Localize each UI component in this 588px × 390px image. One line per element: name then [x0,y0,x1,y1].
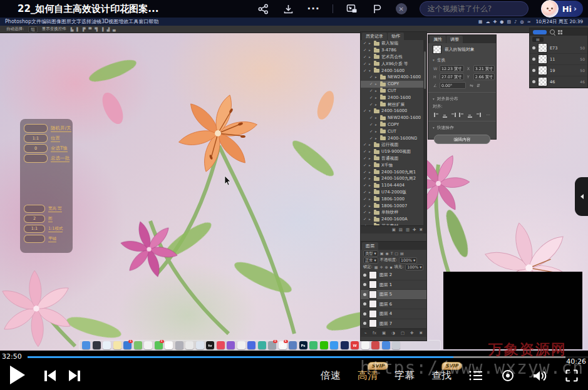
tree-row[interactable]: ✓ ▸ X千恤 [361,162,426,168]
dock-app-icon[interactable]: W [351,341,359,349]
play-button[interactable] [10,366,25,384]
align-top-icon[interactable] [459,113,465,117]
panel-footer-icon[interactable]: ▣ [392,227,396,232]
blend-mode-select[interactable]: 正常▾ [363,257,378,264]
dock-app-icon[interactable] [144,341,152,349]
filter-icon[interactable]: ▢ [395,251,398,255]
filter-type-select[interactable]: 类型▾ [363,250,378,257]
tree-row[interactable]: ✓ ▸ 普通视图 [361,155,426,162]
player-text-button[interactable]: 倍速 [321,369,341,382]
twirl-icon[interactable]: ▸ [369,55,372,59]
panel-footer-icon[interactable]: ▥ [406,227,410,232]
visibility-check-icon[interactable]: ✓ [363,54,367,59]
layers-footer-icon[interactable]: ▢ [401,331,405,336]
align-section-label[interactable]: 对齐并分布 [437,96,458,102]
tree-row[interactable]: ✓ ▸ 人X96介质 等 [361,60,426,67]
tree-row[interactable]: ✓ ▾ 2400-16000 [361,108,426,115]
filter-icon[interactable]: T [391,251,393,255]
dock-app-icon[interactable] [330,341,338,349]
menu-item[interactable]: 选择 [81,19,91,24]
twirl-icon[interactable]: ▸ [369,183,372,187]
menubar-clock[interactable]: 10月24日 周五 20:39 [536,19,583,25]
status-icon[interactable]: ▧ [507,19,511,24]
align-more-button[interactable]: ··· [486,113,490,118]
status-icon[interactable]: ✚ [493,19,497,24]
tree-row[interactable]: ✓ ▸ CUT [361,88,426,95]
lock-icon[interactable]: ▪ [389,265,392,269]
layers-footer-icon[interactable]: fx [373,331,376,336]
visibility-check-icon[interactable]: ✓ [369,81,373,86]
dock-app-icon[interactable]: 3 [155,341,163,349]
align-right-icon[interactable] [450,113,456,117]
panel-tab[interactable]: 调整 [446,36,463,43]
tree-row[interactable]: ✓ ▸ U19-9000视图 [361,148,426,155]
search-icon[interactable] [550,29,555,34]
lock-icon[interactable]: ⊕ [384,265,388,269]
opacity-value[interactable]: 100%▾ [399,257,417,264]
visibility-check-icon[interactable]: ✓ [363,176,367,181]
dock-app-icon[interactable]: Ps [299,341,307,349]
visibility-check-icon[interactable]: ✓ [363,223,367,225]
sync-button[interactable] [533,30,547,34]
twirl-icon[interactable]: ▸ [369,204,372,208]
dock-app-icon[interactable]: 20 [165,341,173,349]
eye-icon[interactable] [363,302,366,305]
layer-row[interactable]: 图层 2 [361,270,426,280]
eye-icon[interactable] [532,58,535,61]
menu-item[interactable]: 视图 [108,19,118,24]
visibility-check-icon[interactable]: ✓ [363,217,367,222]
twirl-icon[interactable]: ▸ [369,143,372,146]
menu-item[interactable]: 增效工具 [118,19,138,24]
tree-row[interactable]: ✓ ▸ 单独纹样 [361,209,426,216]
dock-app-icon[interactable] [371,341,379,349]
plugin-button[interactable]: 0 [24,144,48,153]
tree-row[interactable]: ✓ ▸ 运行视图 [361,141,426,148]
panel-chip[interactable]: ▤ [532,37,544,42]
eye-icon[interactable] [532,46,535,49]
twirl-icon[interactable]: ▸ [375,123,378,126]
auto-select-value[interactable]: 组 [28,26,38,33]
visibility-check-icon[interactable]: ✓ [363,190,367,195]
mini-layer-row[interactable]: E73 50 [530,43,587,54]
grid-view-icon[interactable] [558,30,562,34]
status-icon[interactable]: ◍ [520,19,524,24]
align-icon[interactable]: ▙ [71,27,74,31]
twirl-icon[interactable]: ▸ [369,62,372,66]
close-icon[interactable]: ✕ [396,3,407,14]
menu-item[interactable]: 文件 [31,19,41,24]
more-options-button[interactable]: ··· [307,3,320,14]
visibility-check-icon[interactable]: ✓ [363,183,367,188]
twirl-icon[interactable]: ▸ [375,89,378,93]
tree-row[interactable]: ✓ ▸ 2400-1600ND [361,135,426,141]
twirl-icon[interactable]: ▸ [369,150,372,153]
dock-app-icon[interactable] [341,341,349,349]
visibility-check-icon[interactable]: ✓ [369,88,373,93]
dock-app-icon[interactable] [361,341,369,349]
tree-row[interactable]: ✓ ▸ 2400-1600九周2 [361,175,426,182]
tree-row[interactable]: ✓ ▸ 2400-1600A [361,216,426,223]
tree-row[interactable]: ✓ ▾ 2400-1600 [361,67,426,74]
plugin-button[interactable] [24,124,48,133]
twirl-icon[interactable]: ▸ [369,48,372,52]
eye-icon[interactable] [363,322,366,325]
status-icon[interactable]: ● [500,19,503,24]
next-episode-button[interactable] [69,370,80,381]
twirl-icon[interactable]: ▸ [369,197,372,201]
layer-row[interactable]: 图层 7 [361,319,426,329]
visibility-check-icon[interactable]: ✓ [363,197,367,202]
twirl-icon[interactable]: ▸ [375,116,378,120]
layer-row[interactable]: 图层 5 [361,290,426,300]
visibility-check-icon[interactable]: ✓ [369,122,373,127]
dock-app-icon[interactable]: Q 9 [279,341,287,349]
field-value[interactable]: 3.21 英寸 [473,65,495,72]
twirl-icon[interactable]: ▸ [375,82,378,86]
mini-layer-row[interactable]: 46 46 [530,76,587,88]
dock-app-icon[interactable] [134,341,142,349]
twirl-icon[interactable]: ▸ [369,210,372,214]
dock-app-icon[interactable] [82,341,90,349]
layer-row[interactable]: 图层 1 [361,280,426,290]
tree-row[interactable]: ✓ ▸ 艺术高会性 [361,54,426,61]
eye-icon[interactable] [363,312,366,316]
download-icon[interactable] [282,3,295,15]
plugin-sub-button[interactable]: 2 [24,215,45,223]
